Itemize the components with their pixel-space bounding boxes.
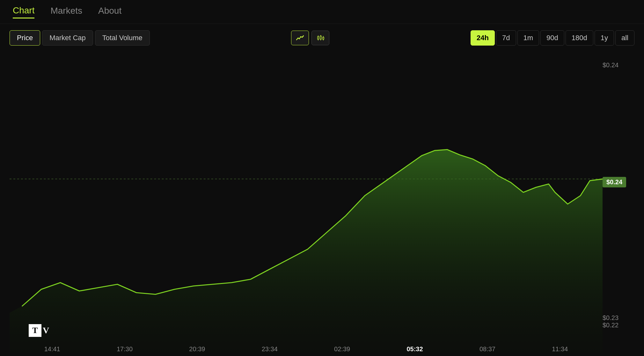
market-cap-button[interactable]: Market Cap — [42, 30, 93, 46]
y-label-top: $0.24 — [603, 62, 634, 69]
time-1y[interactable]: 1y — [595, 30, 614, 46]
price-button[interactable]: Price — [10, 30, 40, 46]
y-label-022: $0.22 — [603, 322, 634, 329]
nav-chart[interactable]: Chart — [13, 5, 34, 18]
chart-section: Price Market Cap Total Volume — [0, 24, 644, 356]
tradingview-watermark: T V — [29, 324, 49, 337]
y-axis: $0.24 $0.24 $0.23 $0.22 — [603, 52, 634, 353]
svg-rect-6 — [323, 37, 324, 39]
x-axis: 14:41 17:30 20:39 23:34 02:39 05:32 08:3… — [10, 345, 603, 353]
x-label-0239: 02:39 — [334, 345, 350, 353]
app-container: Chart Markets About Price Market Cap Tot… — [0, 0, 644, 356]
y-label-022-label: $0.22 — [603, 322, 622, 329]
metric-buttons: Price Market Cap Total Volume — [10, 30, 150, 46]
chart-wrapper: T V 14:41 17:30 20:39 23:34 02:39 05:32 … — [10, 52, 634, 353]
time-7d[interactable]: 7d — [496, 30, 516, 46]
x-label-1730: 17:30 — [117, 345, 133, 353]
svg-marker-10 — [10, 149, 603, 353]
y-label-024-top: $0.24 — [603, 62, 622, 69]
time-buttons: 24h 7d 1m 90d 180d 1y all — [471, 30, 634, 46]
center-controls — [291, 31, 329, 45]
price-chart — [10, 52, 603, 353]
x-label-1134: 11:34 — [552, 345, 568, 353]
nav-markets[interactable]: Markets — [50, 6, 82, 18]
y-label-023: $0.23 — [603, 314, 634, 322]
current-price-badge: $0.24 — [603, 177, 626, 187]
chart-controls: Price Market Cap Total Volume — [10, 30, 634, 46]
candle-chart-button[interactable] — [311, 31, 329, 45]
x-label-2039: 20:39 — [189, 345, 205, 353]
line-chart-button[interactable] — [291, 31, 309, 45]
svg-rect-0 — [318, 37, 319, 39]
svg-rect-3 — [320, 36, 321, 39]
x-label-2334: 23:34 — [262, 345, 278, 353]
current-price-area: $0.24 — [603, 177, 634, 187]
time-all[interactable]: all — [615, 30, 634, 46]
time-180d[interactable]: 180d — [566, 30, 593, 46]
total-volume-button[interactable]: Total Volume — [95, 30, 150, 46]
nav-about[interactable]: About — [98, 6, 121, 18]
time-1m[interactable]: 1m — [517, 30, 539, 46]
chart-canvas-area: T V 14:41 17:30 20:39 23:34 02:39 05:32 … — [10, 52, 603, 353]
x-label-0837: 08:37 — [479, 345, 495, 353]
time-24h[interactable]: 24h — [471, 30, 495, 46]
time-90d[interactable]: 90d — [540, 30, 564, 46]
x-label-0532: 05:32 — [406, 345, 423, 353]
nav-bar: Chart Markets About — [0, 0, 644, 24]
x-label-1441: 14:41 — [44, 345, 60, 353]
y-label-023-label: $0.23 — [603, 314, 622, 322]
